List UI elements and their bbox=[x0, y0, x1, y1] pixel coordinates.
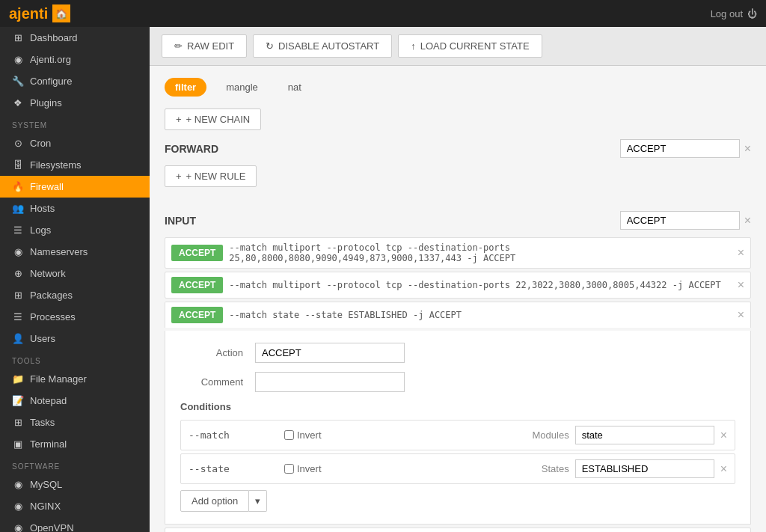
rule2-close-icon[interactable]: × bbox=[738, 278, 744, 292]
input-policy-input[interactable] bbox=[620, 211, 740, 230]
logs-icon: ☰ bbox=[12, 224, 24, 236]
sidebar-item-configure[interactable]: 🔧 Configure bbox=[0, 70, 150, 92]
sidebar-item-mysql[interactable]: ◉ MySQL bbox=[0, 474, 150, 495]
cron-icon: ⊙ bbox=[12, 138, 24, 149]
tasks-icon: ⊞ bbox=[12, 417, 24, 428]
forward-section: FORWARD × + + NEW RULE bbox=[165, 139, 751, 196]
condition-row: --state Invert States × bbox=[180, 453, 735, 484]
cond1-close-icon[interactable]: × bbox=[720, 429, 727, 442]
sidebar-item-cron[interactable]: ⊙ Cron bbox=[0, 132, 150, 154]
ajenti-org-icon: ◉ bbox=[12, 54, 24, 65]
rule3-text: --match state --state ESTABLISHED -j ACC… bbox=[229, 310, 731, 320]
sidebar-item-notepad[interactable]: 📝 Notepad bbox=[0, 390, 150, 412]
new-chain-button[interactable]: + + NEW CHAIN bbox=[165, 108, 261, 130]
cond2-value-input[interactable] bbox=[575, 459, 714, 478]
input-section: INPUT × ACCEPT --match multiport --proto… bbox=[165, 211, 751, 532]
filesystems-icon: 🗄 bbox=[12, 159, 24, 171]
tab-filter[interactable]: filter bbox=[165, 78, 206, 97]
network-icon: ⊕ bbox=[12, 268, 24, 279]
rule1-badge[interactable]: ACCEPT bbox=[171, 245, 223, 261]
sidebar-item-nameservers[interactable]: ◉ Nameservers bbox=[0, 241, 150, 263]
main-content: ✏ RAW EDIT ↻ DISABLE AUTOSTART ↑ LOAD CU… bbox=[150, 27, 766, 532]
comment-row: Comment bbox=[180, 372, 735, 392]
rule1-text: --match multiport --protocol tcp --desti… bbox=[229, 242, 731, 263]
cond1-invert: Invert bbox=[284, 429, 322, 441]
cond2-close-icon[interactable]: × bbox=[720, 462, 727, 476]
sidebar-item-network[interactable]: ⊕ Network bbox=[0, 263, 150, 284]
input-close-icon[interactable]: × bbox=[744, 214, 751, 227]
sidebar-item-plugins[interactable]: ❖ Plugins bbox=[0, 92, 150, 114]
dashboard-icon: ⊞ bbox=[12, 32, 24, 43]
table-row: ACCEPT --match multiport --protocol tcp … bbox=[165, 237, 751, 269]
conditions-header: Conditions bbox=[180, 401, 735, 412]
cond2-invert-checkbox[interactable] bbox=[284, 464, 294, 474]
openvpn-icon: ◉ bbox=[12, 522, 24, 532]
forward-chain-name: FORWARD bbox=[165, 143, 218, 155]
hosts-icon: 👥 bbox=[12, 203, 24, 214]
logo: ajenti 🏠 bbox=[9, 4, 70, 22]
sidebar-item-firewall[interactable]: 🔥 Firewall bbox=[0, 176, 150, 198]
sidebar-item-openvpn[interactable]: ◉ OpenVPN bbox=[0, 517, 150, 532]
refresh-icon: ↻ bbox=[266, 40, 274, 52]
content-area: filter mangle nat + + NEW CHAIN FORWARD … bbox=[150, 66, 766, 532]
logo-text: ajenti bbox=[9, 5, 48, 22]
load-current-state-button[interactable]: ↑ LOAD CURRENT STATE bbox=[398, 34, 542, 58]
rule1-close-icon[interactable]: × bbox=[738, 246, 744, 260]
comment-input[interactable] bbox=[255, 372, 405, 392]
add-option-dropdown-icon[interactable]: ▾ bbox=[249, 490, 267, 512]
sidebar-item-hosts[interactable]: 👥 Hosts bbox=[0, 198, 150, 219]
power-icon: ⏻ bbox=[747, 8, 757, 19]
table-row: ACCEPT --match multiport --protocol tcp … bbox=[165, 528, 751, 532]
cond1-right: Modules × bbox=[533, 426, 727, 444]
disable-autostart-button[interactable]: ↻ DISABLE AUTOSTART bbox=[253, 34, 392, 58]
add-option-row: Add option ▾ bbox=[180, 490, 735, 512]
sidebar-item-file-manager[interactable]: 📁 File Manager bbox=[0, 368, 150, 390]
action-input[interactable] bbox=[255, 343, 405, 363]
table-row: ACCEPT --match state --state ESTABLISHED… bbox=[165, 302, 751, 328]
file-manager-icon: 📁 bbox=[12, 373, 24, 385]
sidebar: ⊞ Dashboard ◉ Ajenti.org 🔧 Configure ❖ P… bbox=[0, 27, 150, 532]
forward-policy: × bbox=[620, 139, 751, 158]
rule3-badge[interactable]: ACCEPT bbox=[171, 307, 223, 323]
cond2-invert: Invert bbox=[284, 463, 322, 474]
cond2-right: States × bbox=[542, 459, 727, 478]
users-icon: 👤 bbox=[12, 333, 24, 344]
raw-edit-button[interactable]: ✏ RAW EDIT bbox=[162, 34, 247, 58]
home-icon[interactable]: 🏠 bbox=[52, 4, 70, 22]
sidebar-item-nginx[interactable]: ◉ NGINX bbox=[0, 495, 150, 517]
tab-nat[interactable]: nat bbox=[278, 78, 312, 97]
logout-button[interactable]: Log out ⏻ bbox=[711, 8, 757, 19]
sidebar-item-tasks[interactable]: ⊞ Tasks bbox=[0, 412, 150, 433]
forward-close-icon[interactable]: × bbox=[744, 142, 751, 156]
rule2-badge[interactable]: ACCEPT bbox=[171, 277, 223, 293]
forward-policy-input[interactable] bbox=[620, 139, 740, 158]
rule3-close-icon[interactable]: × bbox=[738, 308, 744, 322]
add-option-button[interactable]: Add option bbox=[180, 490, 249, 512]
tab-mangle[interactable]: mangle bbox=[215, 78, 269, 97]
sidebar-item-processes[interactable]: ☰ Processes bbox=[0, 306, 150, 328]
input-policy: × bbox=[620, 211, 751, 230]
input-chain-name: INPUT bbox=[165, 215, 196, 227]
comment-label: Comment bbox=[180, 376, 255, 388]
sidebar-item-users[interactable]: 👤 Users bbox=[0, 328, 150, 349]
sidebar-item-packages[interactable]: ⊞ Packages bbox=[0, 284, 150, 306]
plus-chain-icon: + bbox=[176, 114, 182, 125]
sidebar-item-ajenti-org[interactable]: ◉ Ajenti.org bbox=[0, 49, 150, 70]
condition-row: --match Invert Modules × bbox=[180, 420, 735, 450]
sidebar-item-terminal[interactable]: ▣ Terminal bbox=[0, 433, 150, 455]
cond1-value-input[interactable] bbox=[575, 426, 714, 444]
sidebar-item-filesystems[interactable]: 🗄 Filesystems bbox=[0, 154, 150, 176]
cond2-key: States bbox=[542, 463, 569, 474]
cond1-invert-checkbox[interactable] bbox=[284, 430, 294, 440]
terminal-icon: ▣ bbox=[12, 438, 24, 450]
mysql-icon: ◉ bbox=[12, 479, 24, 490]
topbar: ajenti 🏠 Log out ⏻ bbox=[0, 0, 766, 27]
cond2-name: --state bbox=[189, 463, 278, 474]
sidebar-item-logs[interactable]: ☰ Logs bbox=[0, 219, 150, 241]
packages-icon: ⊞ bbox=[12, 290, 24, 301]
nameservers-icon: ◉ bbox=[12, 246, 24, 257]
new-rule-button[interactable]: + + NEW RULE bbox=[165, 165, 257, 187]
rule-form: Action Comment Conditions --match Invert bbox=[165, 331, 751, 525]
action-row: Action bbox=[180, 343, 735, 363]
sidebar-item-dashboard[interactable]: ⊞ Dashboard bbox=[0, 27, 150, 49]
